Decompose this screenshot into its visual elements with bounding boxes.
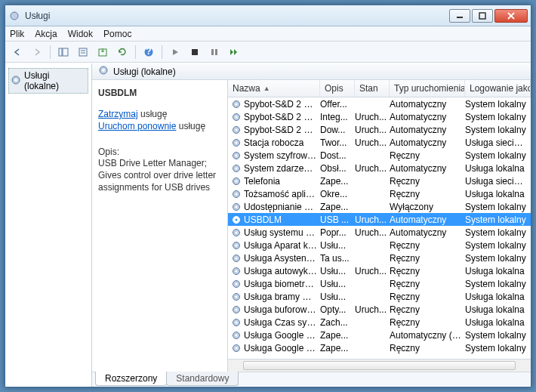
cell-stan: Uruch... <box>355 125 390 135</box>
refresh-button[interactable] <box>113 44 131 60</box>
service-row[interactable]: System zdarzeń C...Obsł...Uruch...Automa… <box>228 162 531 174</box>
svg-point-25 <box>236 128 238 131</box>
help-button[interactable]: ? <box>140 44 158 60</box>
window-title: Usługi <box>25 11 449 21</box>
forward-button[interactable] <box>28 44 46 60</box>
col-header-name[interactable]: Nazwa▲ <box>228 80 320 97</box>
cell-typ: Ręczny <box>390 292 465 302</box>
restart-service-link[interactable]: Uruchom ponownie <box>98 121 176 131</box>
show-hide-tree-button[interactable] <box>54 44 72 60</box>
service-row[interactable]: Tożsamość aplikacjiOkre...RęcznyUsługa l… <box>228 187 531 200</box>
service-row[interactable]: Usługa bramy war...Usłu...RęcznyUsługa l… <box>228 290 531 303</box>
service-row[interactable]: Usługa Czas syste...Zach...RęcznyUsługa … <box>228 316 531 329</box>
service-row[interactable]: USBDLMUSB ...Uruch...AutomatycznySystem … <box>228 213 531 226</box>
restart-service-button[interactable] <box>225 44 243 60</box>
service-row[interactable]: Stacja roboczaTwor...Uruch...Automatyczn… <box>228 136 531 149</box>
cell-logo: System lokalny <box>465 279 531 289</box>
service-row[interactable]: Usługa Aparat kop...Usłu...RęcznySystem … <box>228 239 531 252</box>
selected-service-name: USBDLM <box>98 88 221 98</box>
cell-name: Spybot-S&D 2 Up... <box>244 125 320 135</box>
horizontal-scrollbar[interactable] <box>228 359 531 372</box>
cell-opis: Zach... <box>320 317 355 328</box>
cell-stan: Uruch... <box>355 227 390 238</box>
gear-icon <box>231 317 242 328</box>
gear-icon <box>231 163 242 174</box>
cell-opis: Opty... <box>320 304 355 315</box>
col-header-stan[interactable]: Stan <box>355 80 390 97</box>
panel-title: Usługi (lokalne) <box>113 66 176 77</box>
menu-view[interactable]: Widok <box>68 29 93 39</box>
service-row[interactable]: Usługa Google Up...Zape...RęcznySystem l… <box>228 341 531 354</box>
tab-standard[interactable]: Standardowy <box>166 372 239 386</box>
tree-pane: Usługi (lokalne) <box>5 63 92 387</box>
close-button[interactable] <box>494 9 528 23</box>
back-button[interactable] <box>8 44 26 60</box>
service-row[interactable]: Usługa autowykry...Usłu...Uruch...Ręczny… <box>228 264 531 277</box>
detail-pane: USBDLM Zatrzymaj usługę Uruchom ponownie… <box>92 80 228 372</box>
service-row[interactable]: Spybot-S&D 2 Up...Dow...Uruch...Automaty… <box>228 123 531 136</box>
cell-typ: Automatyczny <box>390 215 465 225</box>
svg-point-27 <box>236 141 238 144</box>
cell-logo: System lokalny <box>465 215 531 225</box>
cell-name: Usługa biometryc... <box>244 279 320 289</box>
cell-logo: System lokalny <box>465 253 531 264</box>
cell-opis: Usłu... <box>320 266 355 276</box>
service-row[interactable]: Usług systemu Wi...Popr...Uruch...Automa… <box>228 226 531 239</box>
service-row[interactable]: Spybot-S&D 2 Sec...Integ...Uruch...Autom… <box>228 110 531 123</box>
svg-line-4 <box>508 13 514 19</box>
tab-extended[interactable]: Rozszerzony <box>95 372 167 386</box>
cell-name: Usługa Czas syste... <box>244 317 320 328</box>
service-row[interactable]: Usługa biometryc...Usłu...RęcznySystem l… <box>228 277 531 290</box>
cell-logo: Usługa lokalna <box>465 317 531 328</box>
stop-service-link[interactable]: Zatrzymaj <box>98 109 138 119</box>
gear-icon <box>231 266 242 276</box>
maximize-button[interactable] <box>472 9 493 23</box>
toolbar: ? <box>5 42 531 63</box>
right-pane: Usługi (lokalne) USBDLM Zatrzymaj usługę… <box>92 63 531 387</box>
svg-point-51 <box>236 295 238 298</box>
menu-action[interactable]: Akcja <box>35 29 57 39</box>
cell-name: Udostępnianie poł... <box>244 202 320 212</box>
service-row[interactable]: System szyfrowani...Dost...RęcznySystem … <box>228 149 531 162</box>
cell-opis: Ta us... <box>320 253 355 264</box>
menu-help[interactable]: Pomoc <box>103 29 131 39</box>
col-header-opis[interactable]: Opis <box>320 80 355 97</box>
tree-root-item[interactable]: Usługi (lokalne) <box>8 68 88 94</box>
service-row[interactable]: Usługa Google Up...Zape...Automatyczny (… <box>228 329 531 341</box>
grid-body[interactable]: Spybot-S&D 2 Sca...Offer...AutomatycznyS… <box>228 97 531 359</box>
cell-logo: System lokalny <box>465 125 531 135</box>
description-text: USB Drive Letter Manager; Gives control … <box>98 157 221 194</box>
cell-opis: Usłu... <box>320 240 355 251</box>
svg-point-0 <box>11 12 18 20</box>
col-header-logo[interactable]: Logowanie jako <box>465 80 531 97</box>
cell-logo: System lokalny <box>465 330 531 341</box>
cell-name: Usługa bramy war... <box>244 292 320 302</box>
stop-service-button[interactable] <box>186 44 204 60</box>
col-header-typ[interactable]: Typ uruchomienia <box>390 80 465 97</box>
cell-typ: Automatyczny (op... <box>390 330 465 341</box>
menu-file[interactable]: Plik <box>10 29 24 39</box>
gear-icon <box>231 343 242 353</box>
cell-opis: Popr... <box>320 227 355 238</box>
service-row[interactable]: TelefoniaZape...RęcznyUsługa sieciowa <box>228 174 531 187</box>
svg-point-37 <box>236 205 238 208</box>
export-button[interactable] <box>94 44 112 60</box>
svg-rect-5 <box>59 48 62 56</box>
cell-name: Tożsamość aplikacji <box>244 189 320 199</box>
gear-icon <box>231 176 242 187</box>
properties-button[interactable] <box>74 44 92 60</box>
service-row[interactable]: Usługa Asystent z...Ta us...RęcznySystem… <box>228 252 531 264</box>
service-row[interactable]: Udostępnianie poł...Zape...WyłączonySyst… <box>228 200 531 213</box>
svg-text:?: ? <box>146 47 151 57</box>
start-service-button[interactable] <box>166 44 184 60</box>
service-row[interactable]: Spybot-S&D 2 Sca...Offer...AutomatycznyS… <box>228 97 531 110</box>
cell-name: Usługa Asystent z... <box>244 253 320 264</box>
minimize-button[interactable] <box>449 9 470 23</box>
cell-stan: Uruch... <box>355 266 390 276</box>
cell-name: Usługa Aparat kop... <box>244 240 320 251</box>
service-row[interactable]: Usługa buforowan...Opty...Uruch...Ręczny… <box>228 303 531 316</box>
titlebar[interactable]: Usługi <box>5 5 531 26</box>
pause-service-button[interactable] <box>205 44 223 60</box>
cell-opis: Obsł... <box>320 163 355 174</box>
cell-typ: Ręczny <box>390 343 465 353</box>
